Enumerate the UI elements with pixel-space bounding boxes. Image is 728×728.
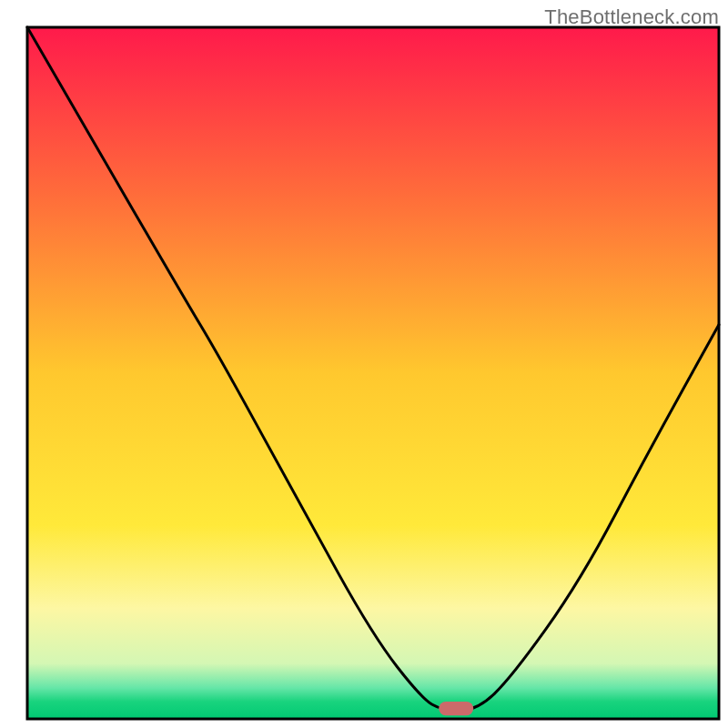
chart-svg [0,0,728,728]
watermark-text: TheBottleneck.com [544,5,719,29]
gradient-background [27,27,719,719]
chart-stage: TheBottleneck.com [0,0,728,728]
minimum-marker [439,702,473,715]
plot-area [27,27,719,719]
